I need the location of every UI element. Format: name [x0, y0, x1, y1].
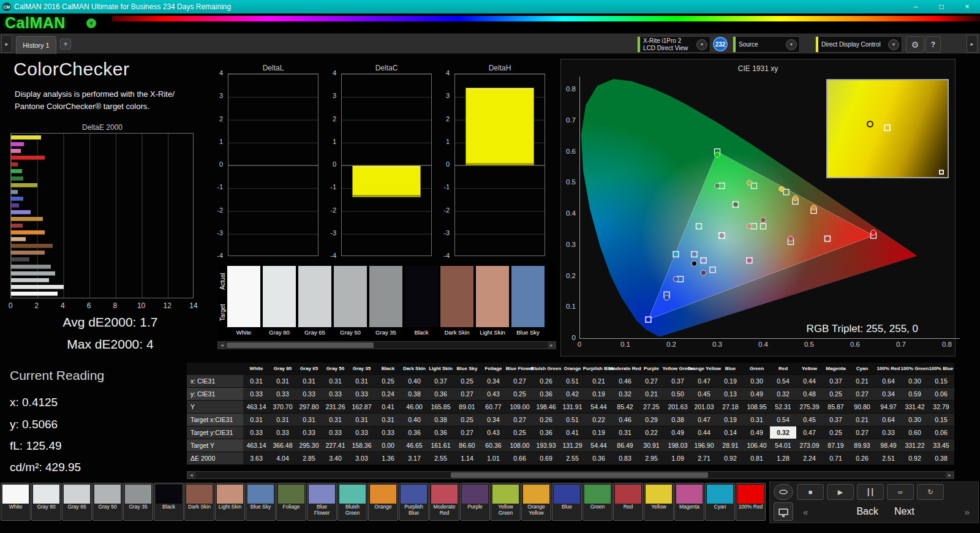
table-cell: 0.27	[507, 414, 533, 426]
color-button-magenta[interactable]: Magenta	[674, 483, 704, 521]
scroll-right-icon[interactable]: ►	[946, 472, 954, 478]
table-scrollbar[interactable]: ◄ ►	[187, 471, 954, 479]
color-button-swatch	[156, 485, 182, 504]
swatch-strip-scrollbar[interactable]: ◄ ►	[217, 341, 556, 349]
column-header: Yellow	[796, 363, 823, 375]
maximize-button[interactable]: □	[929, 0, 954, 13]
table-cell: 0.50	[665, 388, 691, 401]
color-button-moderate-red[interactable]: Moderate Red	[429, 483, 459, 521]
color-button-orange[interactable]: Orange	[368, 483, 398, 521]
table-cell: 2.95	[638, 452, 665, 465]
cie-actual-point	[871, 230, 876, 235]
settings-button[interactable]: ⚙	[906, 36, 924, 53]
color-button-label: Moderate Red	[431, 504, 458, 516]
color-button-foliage[interactable]: Foliage	[276, 483, 306, 521]
color-button-yellow[interactable]: Yellow	[644, 483, 674, 521]
play-button[interactable]: ▶	[827, 484, 854, 500]
chevron-down-icon[interactable]: ▾	[696, 39, 707, 50]
color-button-gray-80[interactable]: Gray 80	[31, 483, 61, 521]
table-cell: 0.21	[849, 414, 875, 426]
axis-tick-label: 6	[87, 301, 91, 310]
cie-y-axis-line	[579, 77, 580, 339]
table-cell: 0.37	[823, 375, 849, 388]
color-button-green[interactable]: Green	[582, 483, 612, 521]
add-tab-button[interactable]: +	[60, 39, 71, 50]
table-cell: 0.31	[375, 414, 401, 426]
display-button[interactable]	[774, 502, 793, 521]
color-button-dark-skin[interactable]: Dark Skin	[184, 483, 214, 521]
color-button-gray-65[interactable]: Gray 65	[62, 483, 92, 521]
close-button[interactable]: ×	[954, 0, 980, 13]
tab-history-1[interactable]: History 1	[16, 36, 56, 54]
color-button-blue[interactable]: Blue	[552, 483, 582, 521]
back-chevron-icon: «	[803, 507, 808, 517]
table-cell: 0.00	[375, 439, 401, 452]
scroll-left-icon[interactable]: ◄	[218, 342, 226, 349]
display-control-dropdown[interactable]: Direct Display Control ▾	[815, 36, 902, 53]
color-button-light-skin[interactable]: Light Skin	[215, 483, 245, 521]
color-button-white[interactable]: White	[1, 483, 31, 521]
next-button[interactable]: Next »	[888, 502, 976, 521]
table-cell: 201.03	[691, 401, 717, 414]
color-button-label: Bluish Green	[339, 504, 366, 516]
scroll-left-icon[interactable]: ◄	[187, 472, 195, 478]
logo-dropdown-icon[interactable]: ▾	[86, 18, 96, 28]
color-button-red[interactable]: Red	[613, 483, 643, 521]
scroll-right-icon[interactable]: ►	[548, 342, 556, 349]
axis-tick-label: -4	[320, 252, 336, 259]
pause-button[interactable]: ┃┃	[857, 484, 884, 500]
color-button-purplish-blue[interactable]: Purplish Blue	[399, 483, 429, 521]
refresh-button[interactable]: ↻	[917, 484, 944, 500]
table-cell: 0.41	[559, 426, 586, 439]
table-cell: 0.25	[823, 388, 849, 401]
color-button-blue-sky[interactable]: Blue Sky	[246, 483, 276, 521]
table-cell: 0.36	[401, 426, 428, 439]
table-cell: 201.63	[665, 401, 691, 414]
color-button-label: Gray 50	[94, 504, 121, 510]
help-button[interactable]: ?	[925, 36, 941, 53]
stop-button[interactable]: ■	[797, 484, 824, 500]
table-cell: 0.15	[928, 375, 954, 388]
chevron-down-icon[interactable]: ▾	[786, 39, 797, 50]
column-header: Orange	[559, 363, 586, 375]
table-cell: 33.45	[928, 439, 954, 452]
actual-label: Actual	[217, 266, 227, 297]
table-cell: 0.22	[638, 426, 665, 439]
table-cell: 3.40	[322, 452, 349, 465]
lens-button[interactable]	[774, 484, 793, 500]
color-button-bluish-green[interactable]: Bluish Green	[337, 483, 368, 521]
back-button[interactable]: « Back	[797, 502, 884, 521]
color-button-cyan[interactable]: Cyan	[705, 483, 735, 521]
table-cell: 28.91	[717, 439, 744, 452]
meter-dropdown[interactable]: X-Rite i1Pro 2 LCD Direct View ▾	[637, 36, 710, 53]
table-cell: 0.06	[928, 426, 954, 439]
axis-tick-label: 0.4	[561, 210, 576, 217]
color-button-gray-35[interactable]: Gray 35	[123, 483, 153, 521]
loop-button[interactable]: ∞	[887, 484, 914, 500]
table-cell: 297.80	[296, 401, 322, 414]
color-button-gray-50[interactable]: Gray 50	[92, 483, 123, 521]
table-cell: 0.36	[586, 452, 612, 465]
meter-label: X-Rite i1Pro 2 LCD Direct View	[640, 37, 696, 52]
color-button-orange-yellow[interactable]: Orange Yellow	[521, 483, 551, 521]
color-button-blue-flower[interactable]: Blue Flower	[307, 483, 337, 521]
color-button-black[interactable]: Black	[154, 483, 184, 521]
source-dropdown[interactable]: Source ▾	[733, 36, 800, 53]
scrollbar-thumb[interactable]	[451, 472, 708, 478]
de-bar	[11, 217, 43, 221]
chevron-down-icon[interactable]: ▾	[888, 39, 899, 50]
table-row: ΔE 20003.634.042.853.403.031.363.172.551…	[187, 452, 954, 465]
history-panel-toggle[interactable]: ▸	[1, 35, 12, 53]
table-cell: 0.33	[243, 426, 270, 439]
scrollbar-thumb[interactable]	[227, 342, 374, 348]
rgb-triplet-readout: RGB Triplet: 255, 255, 0	[807, 323, 918, 335]
right-panel-toggle[interactable]: ▸	[967, 35, 978, 53]
meter-count-badge[interactable]: 232	[713, 37, 728, 51]
color-button-100-red[interactable]: 100% Red	[736, 483, 766, 521]
color-button-purple[interactable]: Purple	[460, 483, 490, 521]
axis-tick-label: 0.7	[896, 341, 906, 348]
table-cell: 0.36	[428, 388, 454, 401]
color-button-yellow-green[interactable]: Yellow Green	[491, 483, 521, 521]
minimize-button[interactable]: –	[903, 0, 929, 13]
table-cell: 0.45	[796, 414, 823, 426]
